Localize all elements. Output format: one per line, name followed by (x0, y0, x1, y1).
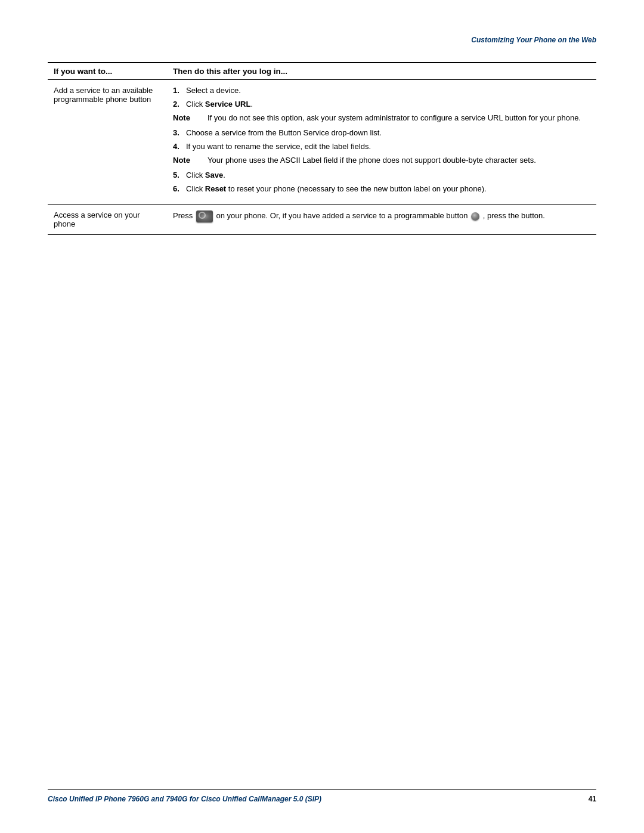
step-4: 4. If you want to rename the service, ed… (173, 142, 590, 151)
page-container: Customizing Your Phone on the Web If you… (0, 0, 644, 833)
note-1: Note If you do not see this option, ask … (173, 113, 590, 122)
page-footer: Cisco Unified IP Phone 7960G and 7940G f… (48, 789, 596, 803)
table-row: Add a service to an available programmab… (48, 80, 596, 205)
note-label-2: Note (173, 156, 203, 165)
note-2: Note Your phone uses the ASCII Label fie… (173, 156, 590, 165)
col-header-want: If you want to... (48, 63, 167, 80)
table-row-access: Access a service on your phone Press on … (48, 205, 596, 235)
steps-container: 1. Select a device. 2. Click Service URL… (173, 86, 590, 193)
step-num-4: 4. (173, 142, 186, 151)
want-text-access: Access a service on your phone (54, 210, 140, 228)
step-num-6: 6. (173, 184, 186, 193)
step-6: 6. Click Reset to reset your phone (nece… (173, 184, 590, 193)
step-num-3: 3. (173, 128, 186, 137)
step-text-6: Click Reset to reset your phone (necessa… (186, 184, 590, 193)
footer-page-number: 41 (589, 795, 596, 803)
want-text: Add a service to an available programmab… (54, 86, 153, 104)
note-label-1: Note (173, 113, 203, 122)
step-1: 1. Select a device. (173, 86, 590, 95)
note-text-2: Your phone uses the ASCII Label field if… (208, 156, 590, 165)
then-cell: 1. Select a device. 2. Click Service URL… (167, 80, 596, 205)
save-bold: Save (205, 171, 223, 179)
then-cell-access: Press on your phone. Or, if you have add… (167, 205, 596, 235)
step-text-2: Click Service URL. (186, 100, 590, 109)
note-text-1: If you do not see this option, ask your … (208, 113, 590, 122)
want-cell-access: Access a service on your phone (48, 205, 167, 235)
prog-button-icon (471, 212, 479, 221)
access-text-mid: on your phone. Or, if you have added a s… (216, 211, 470, 220)
footer-book-title: Cisco Unified IP Phone 7960G and 7940G f… (48, 795, 321, 803)
access-text-end: , press the button. (483, 211, 545, 220)
access-text: Press (173, 211, 195, 220)
step-text-3: Choose a service from the Button Service… (186, 128, 590, 137)
step-text-4: If you want to rename the service, edit … (186, 142, 590, 151)
step-2: 2. Click Service URL. (173, 100, 590, 109)
step-num-1: 1. (173, 86, 186, 95)
col-header-then: Then do this after you log in... (167, 63, 596, 80)
step-num-2: 2. (173, 100, 186, 109)
step-text-5: Click Save. (186, 171, 590, 179)
step-5: 5. Click Save. (173, 171, 590, 179)
step-3: 3. Choose a service from the Button Serv… (173, 128, 590, 137)
chapter-title: Customizing Your Phone on the Web (471, 36, 596, 44)
want-cell: Add a service to an available programmab… (48, 80, 167, 205)
step-text-1: Select a device. (186, 86, 590, 95)
reset-bold: Reset (205, 184, 226, 193)
service-url-bold: Service URL (205, 100, 251, 109)
services-button-icon (196, 210, 213, 222)
page-header: Customizing Your Phone on the Web (48, 36, 596, 44)
step-num-5: 5. (173, 171, 186, 179)
main-table: If you want to... Then do this after you… (48, 62, 596, 235)
